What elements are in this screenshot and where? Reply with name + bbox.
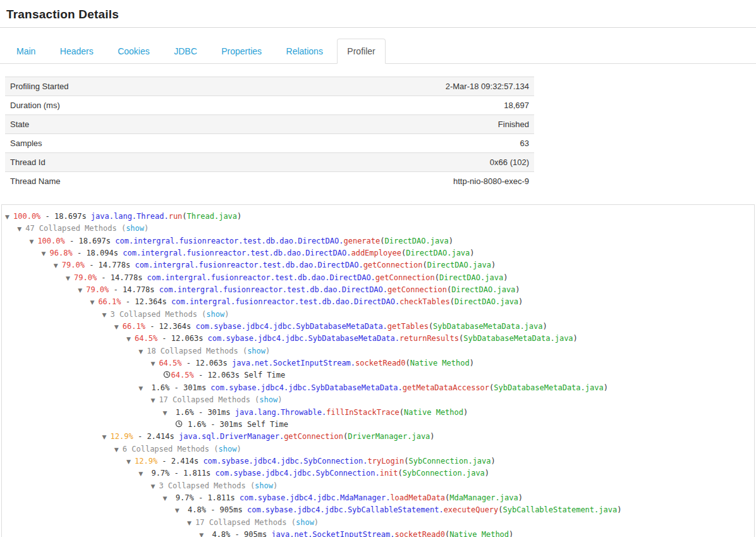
collapse-toggle-icon[interactable]: ▼ (187, 517, 195, 529)
source-file: DirectDAO.java (439, 273, 503, 282)
time-value: - 301ms (194, 408, 235, 417)
close-paren: ) (224, 310, 229, 319)
percent-value: 79.0% (86, 285, 109, 294)
collapse-toggle-icon[interactable]: ▼ (114, 321, 123, 333)
show-link[interactable]: show (259, 395, 277, 404)
profile-summary-table: Profiling Started 2-Mar-18 09:32:57.134 … (5, 77, 534, 190)
collapse-toggle-icon[interactable]: ▼ (199, 529, 207, 537)
collapse-toggle-icon[interactable]: ▼ (90, 297, 98, 309)
collapse-toggle-icon[interactable]: ▼ (150, 395, 159, 407)
profiler-node-row: ▼ 1.6% - 301ms com.sybase.jdbc4.jdbc.Syb… (4, 382, 752, 394)
source-file: Native Method (449, 530, 509, 537)
tab-profiler[interactable]: Profiler (337, 39, 385, 64)
method-name: returnResults (399, 334, 459, 343)
close-paren: ) (518, 493, 523, 502)
close-paren: ) (237, 212, 241, 221)
profiler-node-row: ▼64.5% - 12.063s com.sybase.jdbc4.jdbc.S… (4, 333, 752, 345)
method-name: loadMetaData (390, 493, 445, 502)
collapsed-methods-row: ▼3 Collapsed Methods (show) (4, 480, 752, 492)
time-value: - 2.414s (133, 432, 179, 441)
tab-properties[interactable]: Properties (211, 39, 272, 64)
show-link[interactable]: show (219, 445, 237, 454)
collapse-toggle-icon[interactable]: ▼ (126, 456, 135, 468)
self-time-row: 64.5% - 12.063s Self Time (4, 369, 752, 381)
source-file: SybCallableStatement.java (503, 505, 618, 514)
profiler-node-row: ▼ 4.8% - 905ms com.sybase.jdbc4.jdbc.Syb… (4, 504, 752, 516)
collapse-toggle-icon[interactable]: ▼ (175, 505, 183, 517)
collapsed-methods-label: 18 Collapsed Methods ( (147, 347, 247, 355)
method-name: getMetaDataAccessor (403, 383, 489, 392)
tab-jdbc[interactable]: JDBC (164, 39, 207, 64)
class-name: java.net.SocketInputStream. (232, 359, 355, 367)
tab-main[interactable]: Main (6, 39, 46, 64)
close-paren: ) (314, 518, 319, 527)
source-file: DriverManager.java (348, 432, 430, 441)
profiler-node-row: ▼96.8% - 18.094s com.intergral.fusionrea… (4, 247, 752, 259)
source-file: SybDatabaseMetaData.java (494, 383, 603, 392)
close-paren: ) (144, 224, 149, 233)
collapse-toggle-icon[interactable]: ▼ (138, 383, 147, 395)
collapse-toggle-icon[interactable]: ▼ (102, 309, 111, 321)
class-name: com.intergral.fusionreactor.test.db.dao.… (123, 249, 351, 257)
clock-icon (163, 369, 171, 381)
collapse-toggle-icon[interactable]: ▼ (163, 407, 171, 419)
collapse-toggle-icon[interactable]: ▼ (138, 346, 147, 358)
collapse-toggle-icon[interactable]: ▼ (29, 236, 37, 248)
profiler-node-row: ▼79.0% - 14.778s com.intergral.fusionrea… (4, 272, 752, 284)
source-file: SybConnection.java (409, 457, 491, 466)
percent-value: 66.1% (98, 297, 121, 306)
collapsed-methods-row: ▼17 Collapsed Methods (show) (4, 517, 752, 529)
collapse-toggle-icon[interactable]: ▼ (163, 493, 171, 505)
collapse-toggle-icon[interactable]: ▼ (126, 333, 135, 345)
time-value: - 1.811s (169, 469, 215, 478)
open-paren: ( (423, 261, 427, 269)
collapse-toggle-icon[interactable]: ▼ (114, 444, 123, 456)
collapse-toggle-icon[interactable]: ▼ (54, 260, 62, 272)
close-paren: ) (509, 530, 513, 537)
collapse-toggle-icon[interactable]: ▼ (42, 248, 50, 260)
class-name: com.sybase.jdbc4.jdbc.SybDatabaseMetaDat… (195, 322, 387, 331)
show-link[interactable]: show (247, 347, 265, 355)
self-time-label: Self Time (247, 420, 288, 429)
profiler-tree: ▼100.0% - 18.697s java.lang.Thread.run(T… (1, 204, 755, 537)
source-file: SybDatabaseMetaData.java (433, 322, 542, 331)
source-file: SybDatabaseMetaData.java (463, 334, 573, 343)
time-value: - 905ms (206, 505, 247, 514)
method-name: getConnection (375, 273, 435, 282)
time-value: - 14.778s (85, 261, 135, 269)
close-paren: ) (273, 481, 277, 490)
show-link[interactable]: show (126, 224, 144, 233)
source-file: Native Method (410, 359, 470, 367)
show-link[interactable]: show (206, 310, 224, 319)
collapsed-methods-row: ▼47 Collapsed Methods (show) (4, 223, 752, 235)
profiler-node-row: ▼100.0% - 18.697s java.lang.Thread.run(T… (4, 211, 752, 223)
collapse-toggle-icon[interactable]: ▼ (5, 211, 13, 223)
class-name: com.sybase.jdbc4.jdbc.SybCallableStateme… (247, 505, 444, 514)
close-paren: ) (617, 505, 621, 514)
time-value: - 12.063s (194, 371, 244, 380)
collapse-toggle-icon[interactable]: ▼ (102, 431, 111, 443)
show-link[interactable]: show (296, 518, 314, 527)
collapse-toggle-icon[interactable]: ▼ (138, 468, 147, 480)
collapse-toggle-icon[interactable]: ▼ (17, 223, 25, 235)
collapse-toggle-icon[interactable]: ▼ (150, 358, 159, 370)
tab-headers[interactable]: Headers (50, 39, 104, 64)
tab-relations[interactable]: Relations (276, 39, 333, 64)
row-value: 2-Mar-18 09:32:57.134 (446, 82, 529, 91)
profiler-node-row: ▼ 9.7% - 1.811s com.sybase.jdbc4.jdbc.Sy… (4, 467, 752, 479)
profiler-node-row: ▼ 9.7% - 1.811s com.sybase.jdbc4.jdbc.Md… (4, 492, 752, 504)
collapsed-methods-label: 6 Collapsed Methods ( (123, 445, 219, 454)
collapse-toggle-icon[interactable]: ▼ (150, 481, 159, 493)
collapsed-methods-label: 17 Collapsed Methods ( (195, 518, 296, 527)
collapse-toggle-icon[interactable]: ▼ (78, 285, 86, 297)
class-name: com.sybase.jdbc4.jdbc.SybDatabaseMetaDat… (210, 383, 402, 392)
self-time-label: Self Time (244, 371, 285, 380)
method-name: fillInStackTrace (326, 408, 399, 417)
show-link[interactable]: show (255, 481, 273, 490)
open-paren: ( (399, 408, 404, 417)
tab-cookies[interactable]: Cookies (107, 39, 160, 64)
table-row: Samples 63 (5, 133, 534, 152)
method-name: run (169, 212, 183, 221)
open-paren: ( (182, 212, 186, 221)
collapse-toggle-icon[interactable]: ▼ (66, 273, 74, 285)
